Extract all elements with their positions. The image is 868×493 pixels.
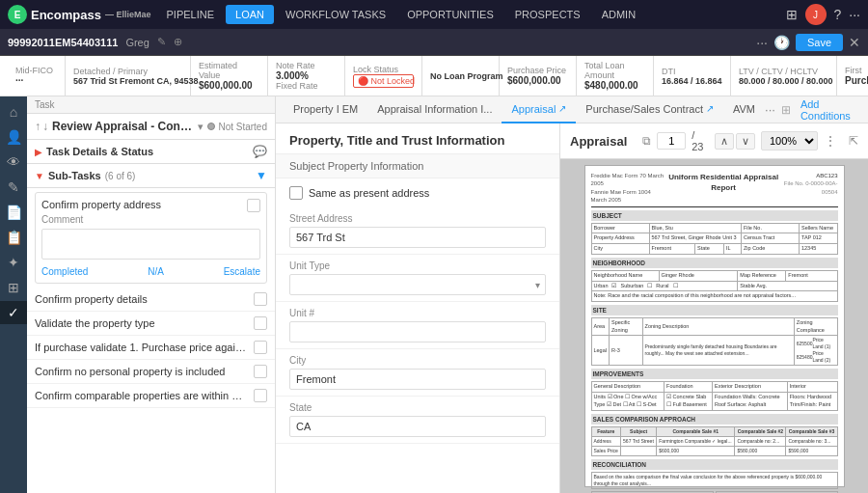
clock-icon[interactable]: 🕐 xyxy=(773,35,790,50)
state-input[interactable] xyxy=(289,416,546,437)
details-comment-icon: 💬 xyxy=(253,145,267,158)
unit-type-select-wrapper xyxy=(289,274,546,295)
more-icon[interactable]: ··· xyxy=(849,7,860,22)
appraisal-doc-content: Freddie Mac Form 70 March 2005 Fannie Ma… xyxy=(591,172,838,493)
tab-purchase-contract[interactable]: Purchase/Sales Contract ↗ xyxy=(576,96,723,123)
main-area: ⌂ 👤 👁 ✎ 📄 📋 ✦ ⊞ ✓ Task ↑ ↓ Review Apprai… xyxy=(0,96,868,493)
appraisal-menu-icon[interactable]: ⋮ xyxy=(824,133,837,149)
appraisal-document-viewer[interactable]: Freddie Mac Form 70 March 2005 Fannie Ma… xyxy=(560,159,868,493)
sidebar-eye-icon[interactable]: 👁 xyxy=(0,151,27,174)
save-button[interactable]: Save xyxy=(796,34,843,51)
add-conditions-button[interactable]: Add Conditions xyxy=(800,98,860,122)
subtask-2-checkbox[interactable] xyxy=(254,292,267,306)
subtask-card-actions: Completed N/A Escalate xyxy=(41,266,260,277)
subtask-3-checkbox[interactable] xyxy=(254,316,267,330)
tab-purchase-label: Purchase/Sales Contract xyxy=(585,103,703,115)
unit-num-input[interactable] xyxy=(289,321,546,342)
more-options-button[interactable]: ··· xyxy=(756,35,768,50)
page-prev-button[interactable]: ∧ xyxy=(715,133,734,150)
dti-label: DTI xyxy=(662,67,722,76)
state-field: State xyxy=(276,397,559,444)
nav-tab-workflow[interactable]: WORKFLOW TASKS xyxy=(276,5,395,24)
app-logo: E Encompass — EllieMae xyxy=(8,5,151,24)
sidebar-star-icon[interactable]: ✦ xyxy=(0,251,27,274)
note-rate-value: 3.000% xyxy=(276,70,337,81)
appraisal-header: Appraisal ⧉ / 23 ∧ ∨ 100% 75% 125% xyxy=(560,123,868,159)
loan-info-address: Detached / Primary 567 Trid St Fremont C… xyxy=(66,56,191,96)
subtask-item-2: Confirm property details xyxy=(27,288,275,312)
program-value: No Loan Program xyxy=(430,71,491,81)
appraisal-panel-title: Appraisal xyxy=(570,134,627,149)
city-input[interactable] xyxy=(289,369,546,390)
loan-name: Greg xyxy=(125,37,149,48)
sidebar-doc-icon[interactable]: 📄 xyxy=(0,201,27,224)
sidebar-check-icon[interactable]: ✓ xyxy=(0,301,27,324)
tab-property-em[interactable]: Property I EM xyxy=(284,96,367,123)
sidebar-pencil-icon[interactable]: ✎ xyxy=(0,176,27,199)
subtask-item-4: If purchase validate 1. Purchase price a… xyxy=(27,336,275,360)
arrow-down[interactable]: ↓ xyxy=(42,120,48,133)
nav-icons: ⊞ J ? ··· xyxy=(786,4,860,25)
sidebar-person-icon[interactable]: 👤 xyxy=(0,125,27,149)
appraisal-expand-icon[interactable]: ⇱ xyxy=(849,134,858,148)
tab-property-em-label: Property I EM xyxy=(293,103,358,115)
sidebar-docs-icon[interactable]: 📋 xyxy=(0,226,27,249)
same-as-present-checkbox[interactable] xyxy=(289,186,303,200)
tab-appraisal-info-label: Appraisal Information I... xyxy=(377,103,492,115)
subtasks-arrow-icon: ▼ xyxy=(35,171,44,181)
task-title-dropdown[interactable]: ▾ xyxy=(198,121,203,133)
content-area: Property I EM Appraisal Information I...… xyxy=(276,96,868,493)
subtask-item-2-text: Confirm property details xyxy=(35,293,246,305)
zoom-select[interactable]: 100% 75% 125% xyxy=(761,131,818,151)
subtask-filter-icon[interactable]: ▼ xyxy=(256,169,267,182)
page-next-button[interactable]: ∨ xyxy=(736,133,755,150)
sidebar-grid-icon[interactable]: ⊞ xyxy=(0,276,27,299)
page-number-input[interactable] xyxy=(657,132,686,150)
appraisal-panel: Appraisal ⧉ / 23 ∧ ∨ 100% 75% 125% xyxy=(560,123,868,493)
unit-type-select[interactable] xyxy=(289,274,546,295)
street-address-input[interactable] xyxy=(289,227,546,248)
arrow-up[interactable]: ↑ xyxy=(35,120,41,133)
tab-avm[interactable]: AVM xyxy=(723,96,765,123)
add-note-icon[interactable]: ⊕ xyxy=(174,36,182,48)
help-icon[interactable]: ? xyxy=(834,7,842,22)
nav-tab-opportunities[interactable]: OPPORTUNITIES xyxy=(397,5,503,24)
subtask-item-5-text: Confirm no personal property is included xyxy=(35,366,246,377)
nav-tab-admin[interactable]: ADMIN xyxy=(592,5,645,24)
subtask-comment-input[interactable] xyxy=(41,229,260,260)
task-details-header[interactable]: ▶ Task Details & Status 💬 xyxy=(27,140,275,163)
tab-more-icon[interactable]: ··· xyxy=(765,102,775,117)
subtask-6-checkbox[interactable] xyxy=(254,389,267,402)
nav-tab-prospects[interactable]: PROSPECTS xyxy=(505,5,590,24)
escalate-button[interactable]: Escalate xyxy=(224,266,260,277)
close-button[interactable]: ✕ xyxy=(849,35,860,50)
edit-icon[interactable]: ✎ xyxy=(157,36,166,48)
subtask-item-6-text: Confirm comparable properties are within… xyxy=(35,390,246,401)
loan-info-first: First Purchase xyxy=(837,56,868,96)
loan-info-fico: Mid-FICO ··· xyxy=(8,56,66,96)
nav-tab-loan[interactable]: LOAN xyxy=(226,5,274,24)
address-value: 567 Trid St Fremont CA, 94538 xyxy=(73,76,182,86)
unit-type-field: Unit Type xyxy=(276,255,559,302)
task-panel-header-label: Task xyxy=(27,96,275,114)
subtask-first-checkbox[interactable] xyxy=(247,199,260,212)
grid-icon[interactable]: ⊞ xyxy=(786,7,798,22)
appraisal-link-icon[interactable]: ↗ xyxy=(558,103,566,114)
na-button[interactable]: N/A xyxy=(148,266,164,277)
details-title: Task Details & Status xyxy=(46,146,153,157)
nav-tab-pipeline[interactable]: PIPELINE xyxy=(157,5,225,24)
loan-amount-value: $480,000.00 xyxy=(584,80,645,91)
subtasks-header[interactable]: ▼ Sub-Tasks (6 of 6) ▼ xyxy=(27,164,275,187)
tab-appraisal[interactable]: Appraisal ↗ xyxy=(502,96,576,123)
subtask-4-checkbox[interactable] xyxy=(254,341,267,354)
appraisal-copy-icon[interactable]: ⧉ xyxy=(642,134,651,148)
sidebar-home-icon[interactable]: ⌂ xyxy=(0,100,27,123)
purchase-link-icon[interactable]: ↗ xyxy=(706,103,714,114)
tab-appraisal-info[interactable]: Appraisal Information I... xyxy=(367,96,502,123)
tab-appraisal-label: Appraisal xyxy=(511,103,556,115)
second-bar-actions: ··· 🕐 Save ✕ xyxy=(756,34,860,51)
completed-button[interactable]: Completed xyxy=(41,266,88,277)
tab-grid-icon[interactable]: ⊞ xyxy=(781,103,791,117)
subtask-5-checkbox[interactable] xyxy=(254,365,267,378)
purchase-price-label: Purchase Price xyxy=(507,66,568,75)
